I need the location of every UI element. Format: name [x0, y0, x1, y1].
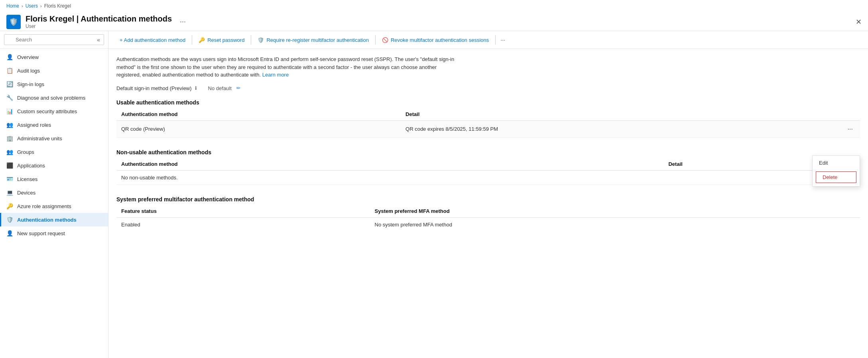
- sidebar-item-label: Applications: [17, 163, 45, 169]
- system-mfa-table: Feature status System preferred MFA meth…: [116, 205, 860, 232]
- default-signin-value: No default: [208, 85, 232, 91]
- reset-password-button[interactable]: 🔑 Reset password: [194, 35, 249, 45]
- assigned-roles-icon: 👥: [6, 121, 13, 128]
- sidebar-item-diagnose[interactable]: 🔧Diagnose and solve problems: [0, 91, 108, 104]
- sidebar-item-applications[interactable]: ⬛Applications: [0, 159, 108, 172]
- info-section: Authentication methods are the ways user…: [108, 49, 467, 82]
- breadcrumb-home[interactable]: Home: [6, 3, 19, 9]
- toolbar: + Add authentication method 🔑 Reset pass…: [108, 31, 868, 49]
- detail-cell: QR code expires 8/5/2025, 11:59:59 PM: [401, 120, 840, 138]
- info-icon[interactable]: ℹ: [195, 85, 197, 91]
- context-menu-delete[interactable]: Delete: [816, 171, 856, 183]
- sidebar-item-admin-units[interactable]: 🏢Administrative units: [0, 132, 108, 145]
- sidebar-item-assigned-roles[interactable]: 👥Assigned roles: [0, 118, 108, 132]
- mfa-col-method: System preferred MFA method: [370, 205, 860, 218]
- audit-logs-icon: 📋: [6, 67, 13, 74]
- sidebar-item-custom-security[interactable]: 📊Custom security attributes: [0, 104, 108, 118]
- devices-icon: 💻: [6, 189, 13, 196]
- method-cell: QR code (Preview): [116, 120, 401, 138]
- header-more-button[interactable]: ···: [180, 18, 186, 26]
- new-support-icon: 👤: [6, 230, 13, 237]
- usable-col-detail: Detail: [401, 108, 840, 121]
- sidebar-item-new-support[interactable]: 👤New support request: [0, 226, 108, 240]
- sidebar-item-audit-logs[interactable]: 📋Audit logs: [0, 64, 108, 77]
- usable-auth-table: Authentication method Detail QR code (Pr…: [116, 108, 860, 138]
- close-button[interactable]: ✕: [856, 18, 862, 26]
- revoke-mfa-button[interactable]: 🚫 Revoke multifactor authentication sess…: [377, 35, 494, 45]
- collapse-icon[interactable]: «: [97, 37, 100, 43]
- sign-in-logs-icon: 🔄: [6, 81, 13, 88]
- page-title: Floris Kregel | Authentication methods: [26, 14, 172, 24]
- toolbar-divider-3: [375, 35, 376, 45]
- add-auth-method-button[interactable]: + Add authentication method: [115, 35, 190, 45]
- no-non-usable-row: No non-usable methods.: [116, 170, 860, 185]
- sidebar-item-label: Administrative units: [17, 136, 62, 142]
- page-header: 🛡️ Floris Kregel | Authentication method…: [0, 12, 868, 31]
- breadcrumb: Home › Users › Floris Kregel: [0, 0, 868, 12]
- overview-icon: 👤: [6, 53, 13, 61]
- sidebar-item-overview[interactable]: 👤Overview: [0, 50, 108, 64]
- mfa-row: Enabled No system preferred MFA method: [116, 217, 860, 232]
- sidebar-item-label: Groups: [17, 149, 34, 155]
- sidebar-item-label: Diagnose and solve problems: [17, 95, 85, 101]
- mfa-col-status: Feature status: [116, 205, 370, 218]
- sidebar-item-auth-methods[interactable]: 🛡️Authentication methods: [0, 213, 108, 226]
- default-signin-section: Default sign-in method (Preview) ℹ No de…: [108, 82, 868, 94]
- sidebar-item-label: Sign-in logs: [17, 81, 44, 87]
- search-input[interactable]: [4, 34, 104, 45]
- non-usable-section-heading: Non-usable authentication methods: [108, 144, 868, 158]
- default-signin-edit-icon[interactable]: ✏: [236, 85, 240, 91]
- sidebar-item-label: New support request: [17, 230, 65, 236]
- sidebar-item-groups[interactable]: 👥Groups: [0, 145, 108, 159]
- sidebar-item-label: Azure role assignments: [17, 203, 71, 209]
- sidebar-nav: 👤Overview📋Audit logs🔄Sign-in logs🔧Diagno…: [0, 49, 108, 358]
- require-reregister-button[interactable]: 🛡️ Require re-register multifactor authe…: [253, 35, 374, 45]
- block-icon: 🚫: [382, 37, 388, 43]
- default-signin-label: Default sign-in method (Preview): [116, 85, 192, 91]
- sidebar-item-label: Overview: [17, 54, 39, 60]
- context-menu: Edit Delete: [812, 155, 860, 187]
- admin-units-icon: 🏢: [6, 135, 13, 142]
- row-actions: ···: [840, 120, 860, 138]
- toolbar-more-button[interactable]: ···: [497, 34, 508, 45]
- sidebar-item-label: Custom security attributes: [17, 108, 77, 114]
- row-more-button[interactable]: ···: [845, 125, 855, 134]
- system-mfa-heading: System preferred multifactor authenticat…: [108, 191, 868, 205]
- sidebar-item-label: Authentication methods: [17, 217, 77, 223]
- auth-methods-icon: 🛡️: [6, 216, 13, 223]
- sidebar-item-label: Licenses: [17, 176, 37, 182]
- sidebar: 🔍 « 👤Overview📋Audit logs🔄Sign-in logs🔧Di…: [0, 31, 108, 358]
- sidebar-item-licenses[interactable]: 🪪Licenses: [0, 172, 108, 186]
- non-usable-col-method: Authentication method: [116, 158, 663, 171]
- page-icon: 🛡️: [6, 15, 21, 29]
- page-subtitle: User: [26, 24, 172, 29]
- toolbar-divider-4: [495, 35, 496, 45]
- sidebar-item-label: Assigned roles: [17, 122, 51, 128]
- main-content: + Add authentication method 🔑 Reset pass…: [108, 31, 868, 358]
- sidebar-item-sign-in-logs[interactable]: 🔄Sign-in logs: [0, 77, 108, 91]
- licenses-icon: 🪪: [6, 175, 13, 183]
- toolbar-divider-1: [192, 35, 192, 45]
- sidebar-item-label: Audit logs: [17, 68, 40, 74]
- usable-section-heading: Usable authentication methods: [108, 94, 868, 108]
- groups-icon: 👥: [6, 148, 13, 155]
- learn-more-link[interactable]: Learn more: [262, 72, 289, 78]
- mfa-method-cell: No system preferred MFA method: [370, 217, 860, 232]
- non-usable-auth-table: Authentication method Detail No non-usab…: [116, 158, 860, 185]
- toolbar-divider-2: [251, 35, 251, 45]
- sidebar-item-label: Devices: [17, 190, 35, 196]
- sidebar-item-devices[interactable]: 💻Devices: [0, 186, 108, 199]
- applications-icon: ⬛: [6, 162, 13, 169]
- sidebar-search-area: 🔍 «: [0, 31, 108, 49]
- shield-icon: 🛡️: [258, 37, 264, 43]
- context-menu-edit[interactable]: Edit: [813, 156, 860, 170]
- sidebar-item-azure-roles[interactable]: 🔑Azure role assignments: [0, 199, 108, 213]
- custom-security-icon: 📊: [6, 108, 13, 115]
- usable-col-method: Authentication method: [116, 108, 401, 121]
- breadcrumb-current: Floris Kregel: [44, 3, 71, 9]
- diagnose-icon: 🔧: [6, 94, 13, 101]
- key-icon: 🔑: [199, 37, 205, 43]
- azure-roles-icon: 🔑: [6, 203, 13, 210]
- breadcrumb-users[interactable]: Users: [26, 3, 38, 9]
- table-row: QR code (Preview) QR code expires 8/5/20…: [116, 120, 860, 138]
